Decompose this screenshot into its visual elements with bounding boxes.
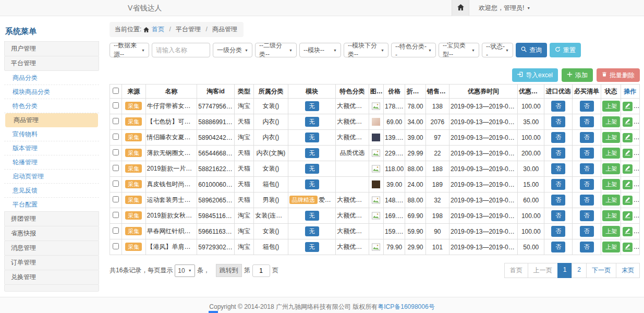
sidebar-item-平台管理[interactable]: 平台管理 bbox=[4, 56, 99, 71]
import-select-toggle[interactable]: 否 bbox=[551, 148, 565, 159]
must-buy-toggle[interactable]: 否 bbox=[580, 226, 594, 237]
row-checkbox[interactable] bbox=[113, 134, 119, 140]
module-cell: 无 bbox=[288, 114, 336, 130]
sidebar-item-用户管理[interactable]: 用户管理 bbox=[4, 41, 99, 56]
filter-select-1[interactable]: --二级分类--▼ bbox=[255, 43, 297, 57]
must-buy-toggle[interactable]: 否 bbox=[580, 195, 594, 206]
status-badge[interactable]: 上架 bbox=[602, 210, 620, 221]
reset-button[interactable]: 重置 bbox=[550, 43, 581, 57]
status-badge[interactable]: 上架 bbox=[602, 179, 620, 190]
import-select-toggle[interactable]: 否 bbox=[551, 116, 565, 127]
search-button[interactable]: 查询 bbox=[516, 43, 547, 57]
edit-button[interactable] bbox=[623, 243, 633, 252]
sidebar-item-省惠快报[interactable]: 省惠快报 bbox=[4, 226, 99, 241]
import-select-toggle[interactable]: 否 bbox=[551, 195, 565, 206]
sidebar-item-商品分类[interactable]: 商品分类 bbox=[4, 71, 99, 85]
pager-button-1[interactable]: 1 bbox=[557, 263, 573, 278]
icp-link[interactable]: 粤ICP备16098006号 bbox=[378, 303, 434, 310]
import-select-toggle[interactable]: 否 bbox=[551, 226, 565, 237]
user-menu[interactable]: 欢迎您，管理员! ▼ bbox=[479, 4, 530, 13]
must-buy-toggle[interactable]: 否 bbox=[580, 179, 594, 190]
sidebar-item-拼团管理[interactable]: 拼团管理 bbox=[4, 211, 99, 226]
pager-button-首页[interactable]: 首页 bbox=[504, 263, 528, 278]
row-checkbox[interactable] bbox=[113, 243, 119, 249]
row-checkbox[interactable] bbox=[113, 227, 119, 234]
jump-button[interactable]: 跳转到 bbox=[216, 264, 242, 277]
must-buy-toggle[interactable]: 否 bbox=[580, 242, 594, 252]
sidebar-item-模块商品分类[interactable]: 模块商品分类 bbox=[4, 85, 99, 99]
row-checkbox[interactable] bbox=[113, 212, 119, 218]
filter-select-2[interactable]: --模块--▼ bbox=[299, 43, 341, 57]
edit-button[interactable] bbox=[623, 149, 633, 158]
product-name: 真皮钱包时尚优雅女士... bbox=[145, 177, 197, 192]
sidebar-item-意见反馈[interactable]: 意见反馈 bbox=[4, 184, 99, 198]
row-checkbox[interactable] bbox=[113, 180, 119, 187]
sidebar-item-轮播管理[interactable]: 轮播管理 bbox=[4, 155, 99, 170]
must-buy-toggle[interactable]: 否 bbox=[580, 163, 594, 174]
status-badge[interactable]: 上架 bbox=[602, 116, 620, 127]
row-checkbox[interactable] bbox=[113, 102, 119, 109]
home-button[interactable] bbox=[452, 0, 469, 16]
row-checkbox[interactable] bbox=[113, 196, 119, 202]
sidebar-item-clipped[interactable] bbox=[4, 284, 99, 292]
edit-button[interactable] bbox=[623, 102, 633, 111]
import-select-toggle[interactable]: 否 bbox=[551, 101, 565, 112]
pager-button-上一页[interactable]: 上一页 bbox=[528, 263, 558, 278]
sidebar-item-特色分类[interactable]: 特色分类 bbox=[4, 99, 99, 113]
filter-select-5[interactable]: --宝贝类型--▼ bbox=[439, 43, 479, 57]
row-checkbox[interactable] bbox=[113, 165, 119, 171]
breadcrumb-home-link[interactable]: 首页 bbox=[152, 26, 164, 33]
status-badge[interactable]: 上架 bbox=[602, 101, 620, 112]
name-search-input[interactable] bbox=[152, 43, 210, 57]
must-buy-toggle[interactable]: 否 bbox=[580, 210, 594, 221]
import-select-toggle[interactable]: 否 bbox=[551, 163, 565, 174]
row-checkbox[interactable] bbox=[113, 118, 119, 124]
add-button[interactable]: 添加 bbox=[562, 68, 593, 82]
status-badge[interactable]: 上架 bbox=[602, 242, 620, 252]
sidebar-item-商品管理[interactable]: 商品管理 bbox=[5, 113, 98, 127]
sidebar-item-宣传物料[interactable]: 宣传物料 bbox=[4, 127, 99, 141]
sidebar-item-订单管理[interactable]: 订单管理 bbox=[4, 255, 99, 270]
per-page-select[interactable]: 10 ▼ bbox=[175, 264, 195, 277]
sidebar-item-消息管理[interactable]: 消息管理 bbox=[4, 240, 99, 256]
pager-button-2[interactable]: 2 bbox=[572, 263, 587, 278]
sidebar-item-版本管理[interactable]: 版本管理 bbox=[4, 141, 99, 155]
import-select-toggle[interactable]: 否 bbox=[551, 210, 565, 221]
must-buy-toggle[interactable]: 否 bbox=[580, 101, 594, 112]
edit-button[interactable] bbox=[623, 196, 633, 205]
import-excel-button[interactable]: 导入excel bbox=[512, 68, 558, 82]
must-buy-toggle[interactable]: 否 bbox=[580, 148, 594, 159]
edit-button[interactable] bbox=[623, 211, 633, 221]
edit-button[interactable] bbox=[623, 117, 633, 127]
status-badge[interactable]: 上架 bbox=[602, 148, 620, 159]
import-select-toggle[interactable]: 否 bbox=[551, 132, 565, 143]
edit-button[interactable] bbox=[623, 133, 633, 142]
row-checkbox[interactable] bbox=[113, 149, 119, 155]
sidebar-item-平台配置[interactable]: 平台配置 bbox=[4, 198, 99, 212]
edit-button[interactable] bbox=[623, 227, 633, 236]
must-buy-toggle[interactable]: 否 bbox=[580, 116, 594, 127]
pager-button-末页[interactable]: 末页 bbox=[616, 263, 640, 278]
status-badge[interactable]: 上架 bbox=[602, 226, 620, 237]
source-badge: 采集 bbox=[125, 180, 142, 188]
page-number-input[interactable] bbox=[252, 264, 270, 277]
filter-select-6[interactable]: --状态--▼ bbox=[482, 43, 513, 57]
sidebar-item-启动页管理[interactable]: 启动页管理 bbox=[4, 170, 99, 184]
filter-select-0[interactable]: 一级分类▼ bbox=[213, 43, 252, 57]
filter-select-4[interactable]: --特色分类--▼ bbox=[391, 43, 436, 57]
status-badge[interactable]: 上架 bbox=[602, 195, 620, 206]
edit-button[interactable] bbox=[623, 164, 633, 174]
import-select-toggle[interactable]: 否 bbox=[551, 242, 565, 252]
edit-button[interactable] bbox=[623, 180, 633, 189]
select-all-checkbox[interactable] bbox=[113, 88, 119, 94]
batch-delete-button[interactable]: 批量删除 bbox=[597, 68, 640, 82]
status-badge[interactable]: 上架 bbox=[602, 132, 620, 143]
sidebar-item-兑换管理[interactable]: 兑换管理 bbox=[4, 270, 99, 285]
must-buy-toggle[interactable]: 否 bbox=[580, 132, 594, 143]
status-badge[interactable]: 上架 bbox=[602, 163, 620, 174]
import-select-cell: 否 bbox=[544, 130, 572, 146]
import-select-toggle[interactable]: 否 bbox=[551, 179, 565, 190]
filter-select-3[interactable]: --模块下分类--▼ bbox=[344, 43, 388, 57]
pager-button-下一页[interactable]: 下一页 bbox=[586, 263, 616, 278]
data-source-select[interactable]: --数据来源--▼ bbox=[110, 43, 149, 57]
